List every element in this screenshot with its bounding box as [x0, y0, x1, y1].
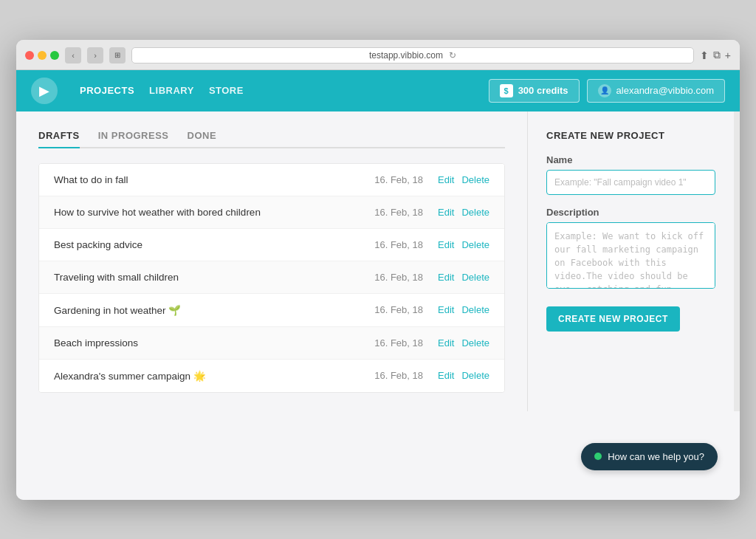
tab-done[interactable]: DONE [188, 130, 217, 148]
delete-link[interactable]: Delete [461, 272, 489, 283]
delete-link[interactable]: Delete [461, 174, 489, 185]
project-name: Gardening in hot weather 🌱 [54, 304, 357, 316]
nav-library[interactable]: LIBRARY [149, 85, 194, 96]
project-date: 16. Feb, 18 [357, 337, 423, 349]
delete-link[interactable]: Delete [461, 370, 489, 381]
app-header: ▶ PROJECTS LIBRARY STORE $ 300 credits 👤… [16, 70, 740, 111]
project-name: How to survive hot weather with bored ch… [54, 207, 357, 218]
edit-link[interactable]: Edit [438, 239, 454, 250]
delete-link[interactable]: Delete [461, 207, 489, 218]
delete-link[interactable]: Delete [461, 239, 489, 250]
project-name: Best packing advice [54, 239, 357, 250]
project-actions: Edit Delete [438, 239, 489, 250]
projects-list: What to do in fall 16. Feb, 18 Edit Dele… [38, 163, 505, 393]
table-row: How to survive hot weather with bored ch… [39, 196, 504, 229]
scrollbar[interactable] [734, 111, 740, 411]
nav-projects[interactable]: PROJECTS [80, 85, 134, 96]
project-date: 16. Feb, 18 [357, 239, 423, 250]
traffic-light-yellow[interactable] [38, 51, 47, 60]
edit-link[interactable]: Edit [438, 337, 454, 349]
create-project-panel: CREATE NEW PROJECT Name Description CREA… [527, 111, 734, 411]
create-project-button[interactable]: CREATE NEW PROJECT [546, 306, 680, 332]
layout-button[interactable]: ⊞ [109, 47, 126, 63]
edit-link[interactable]: Edit [438, 174, 454, 185]
user-avatar-icon: 👤 [598, 84, 611, 97]
tab-drafts[interactable]: DRAFTS [38, 130, 80, 148]
project-actions: Edit Delete [438, 174, 489, 185]
url-text: testapp.vibbio.com [369, 50, 443, 61]
edit-link[interactable]: Edit [438, 370, 454, 381]
table-row: Best packing advice 16. Feb, 18 Edit Del… [39, 229, 504, 261]
edit-link[interactable]: Edit [438, 272, 454, 283]
edit-link[interactable]: Edit [438, 304, 454, 315]
traffic-light-red[interactable] [25, 51, 34, 60]
credits-button[interactable]: $ 300 credits [489, 79, 580, 103]
logo: ▶ [31, 78, 58, 104]
logo-icon: ▶ [39, 83, 49, 99]
main-nav: PROJECTS LIBRARY STORE [80, 85, 244, 96]
table-row: Gardening in hot weather 🌱 16. Feb, 18 E… [39, 294, 504, 327]
project-date: 16. Feb, 18 [357, 174, 423, 185]
project-description-input[interactable] [546, 222, 715, 289]
project-actions: Edit Delete [438, 304, 489, 315]
chat-label: How can we help you? [608, 451, 704, 462]
delete-link[interactable]: Delete [461, 337, 489, 349]
table-row: Beach impressions 16. Feb, 18 Edit Delet… [39, 327, 504, 360]
dollar-icon: $ [500, 84, 513, 97]
project-name: What to do in fall [54, 174, 357, 185]
project-actions: Edit Delete [438, 272, 489, 283]
table-row: Alexandra's summer campaign 🌟 16. Feb, 1… [39, 360, 504, 392]
edit-link[interactable]: Edit [438, 207, 454, 218]
share-button[interactable]: ⬆ [700, 49, 709, 61]
tab-in-progress[interactable]: IN PROGRESS [98, 130, 169, 148]
chat-online-dot [594, 453, 602, 460]
project-name-input[interactable] [546, 170, 715, 195]
project-date: 16. Feb, 18 [357, 370, 423, 381]
project-actions: Edit Delete [438, 370, 489, 381]
table-row: Traveling with small children 16. Feb, 1… [39, 261, 504, 294]
nav-store[interactable]: STORE [209, 85, 244, 96]
chat-widget[interactable]: How can we help you? [581, 443, 718, 470]
traffic-light-green[interactable] [50, 51, 59, 60]
project-name: Traveling with small children [54, 272, 357, 283]
description-label: Description [546, 207, 715, 218]
header-right: $ 300 credits 👤 alexandra@vibbio.com [489, 79, 725, 103]
project-actions: Edit Delete [438, 337, 489, 349]
project-date: 16. Feb, 18 [357, 304, 423, 315]
table-row: What to do in fall 16. Feb, 18 Edit Dele… [39, 164, 504, 196]
add-tab-button[interactable]: + [725, 49, 731, 61]
duplicate-button[interactable]: ⧉ [713, 49, 721, 61]
back-button[interactable]: ‹ [65, 47, 81, 63]
create-panel-title: CREATE NEW PROJECT [546, 130, 715, 141]
project-date: 16. Feb, 18 [357, 207, 423, 218]
project-name: Alexandra's summer campaign 🌟 [54, 370, 357, 382]
projects-panel: DRAFTS IN PROGRESS DONE What to do in fa… [16, 111, 527, 411]
user-button[interactable]: 👤 alexandra@vibbio.com [587, 79, 725, 103]
user-email: alexandra@vibbio.com [616, 85, 714, 96]
project-actions: Edit Delete [438, 207, 489, 218]
credits-label: 300 credits [518, 85, 568, 96]
refresh-button[interactable]: ↻ [449, 50, 456, 61]
forward-button[interactable]: › [87, 47, 103, 63]
name-label: Name [546, 154, 715, 165]
project-name: Beach impressions [54, 337, 357, 349]
delete-link[interactable]: Delete [461, 304, 489, 315]
address-bar: testapp.vibbio.com ↻ [131, 47, 694, 63]
project-date: 16. Feb, 18 [357, 272, 423, 283]
tabs-bar: DRAFTS IN PROGRESS DONE [38, 130, 505, 148]
